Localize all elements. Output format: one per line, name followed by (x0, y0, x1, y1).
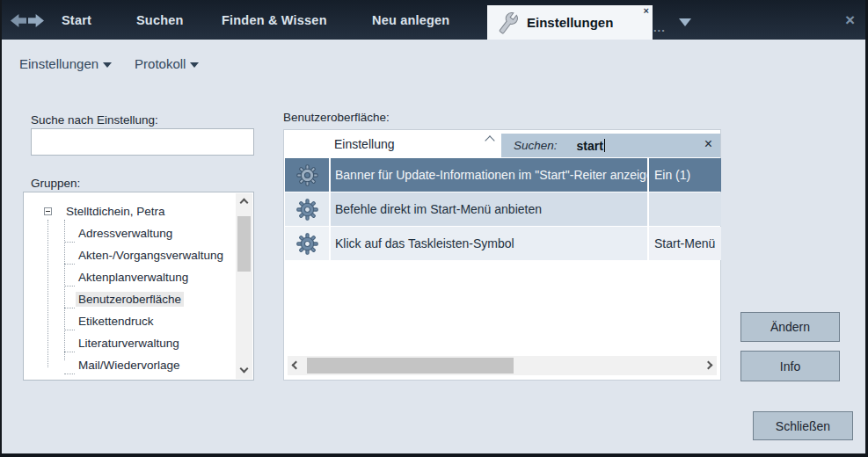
table-horizontal-scrollbar[interactable] (288, 356, 717, 375)
tree-node-root[interactable]: Stelltdichein, Petra (24, 200, 234, 222)
table-row-selected[interactable]: Banner für Update-Informationen im "Star… (285, 158, 721, 192)
scroll-right-icon[interactable] (704, 361, 713, 370)
tree-scrollbar[interactable] (236, 193, 252, 379)
window-close-icon[interactable]: × (845, 12, 855, 27)
text-cursor (604, 139, 605, 152)
search-setting-label: Suche nach Einstellung: (31, 113, 158, 127)
collapse-icon[interactable] (44, 207, 52, 215)
top-tab-bar: Start Suchen Finden & Wissen Neu anlegen… (2, 0, 865, 40)
menu-einstellungen[interactable]: Einstellungen (19, 56, 112, 71)
setting-name: Klick auf das Taskleisten-Symbol (331, 227, 647, 260)
groups-label: Gruppen: (31, 177, 80, 190)
gear-icon (295, 163, 319, 187)
chevron-down-icon (103, 62, 112, 68)
menu-protokoll[interactable]: Protokoll (135, 56, 199, 71)
tree-node-selected[interactable]: Benutzeroberfläche (24, 288, 234, 310)
menu-bar: Einstellungen Protokoll (2, 40, 865, 88)
tab-einstellungen-active[interactable]: Einstellungen × (487, 5, 653, 40)
tab-start[interactable]: Start (62, 0, 91, 40)
chevron-down-icon (190, 62, 199, 68)
back-arrow-icon[interactable] (11, 14, 26, 27)
table-search-value[interactable]: start (577, 139, 603, 153)
table-row[interactable]: Klick auf das Taskleisten-Symbol Start-M… (285, 227, 721, 260)
settings-table: Einstellung Suchen: start × (283, 129, 721, 381)
setting-value (649, 192, 721, 226)
setting-name: Befehle direkt im Start-Menü anbieten (331, 192, 647, 226)
groups-tree: Stelltdichein, Petra Adressverwaltung Ak… (23, 192, 254, 381)
setting-name: Banner für Update-Informationen im "Star… (331, 158, 647, 192)
tab-suchen[interactable]: Suchen (136, 0, 184, 40)
setting-value: Start-Menü (649, 227, 721, 260)
scroll-down-icon[interactable] (240, 365, 249, 374)
info-button[interactable]: Info (740, 351, 840, 381)
tree-node[interactable]: Aktenplanverwaltung (24, 266, 234, 288)
tab-finden-wissen[interactable]: Finden & Wissen (222, 0, 327, 40)
tab-overflow-label: ... (653, 21, 666, 34)
scroll-up-icon[interactable] (240, 199, 249, 207)
tab-dropdown-icon[interactable] (679, 18, 691, 26)
tree-node[interactable]: Mail/Wiedervorlage (24, 354, 234, 376)
column-header-einstellung[interactable]: Einstellung (334, 137, 395, 151)
gear-icon (295, 232, 319, 256)
aendern-button[interactable]: Ändern (740, 312, 840, 342)
history-nav (11, 14, 44, 27)
clear-search-icon[interactable]: × (704, 136, 712, 152)
tab-close-icon[interactable]: × (644, 6, 649, 16)
setting-value: Ein (1) (649, 158, 721, 192)
schliessen-button[interactable]: Schließen (753, 411, 853, 440)
menu-protokoll-label: Protokoll (135, 56, 186, 71)
gear-icon (295, 198, 319, 221)
table-search-label: Suchen: (514, 139, 558, 152)
search-setting-input[interactable] (31, 128, 254, 156)
forward-arrow-icon[interactable] (28, 14, 44, 27)
tree-node[interactable]: Akten-/Vorgangsverwaltung (24, 244, 234, 266)
scroll-left-icon[interactable] (292, 361, 301, 370)
table-row[interactable]: Befehle direkt im Start-Menü anbieten (285, 192, 721, 226)
tree-node[interactable]: Etikettendruck (24, 310, 234, 332)
menu-einstellungen-label: Einstellungen (19, 56, 98, 71)
tree-node[interactable]: Literaturverwaltung (24, 332, 234, 354)
scrollbar-thumb[interactable] (307, 358, 514, 374)
settings-window: Start Suchen Finden & Wissen Neu anlegen… (0, 0, 868, 457)
sort-ascending-icon (485, 135, 494, 145)
tab-neu-anlegen[interactable]: Neu anlegen (372, 0, 449, 40)
table-search-box[interactable]: Suchen: start × (501, 134, 720, 157)
settings-list-label: Benutzeroberfläche: (283, 111, 390, 124)
scrollbar-thumb[interactable] (237, 216, 251, 272)
tree-node[interactable]: Adressverwaltung (24, 222, 234, 244)
wrench-icon (496, 11, 520, 34)
active-tab-label: Einstellungen (527, 15, 613, 30)
